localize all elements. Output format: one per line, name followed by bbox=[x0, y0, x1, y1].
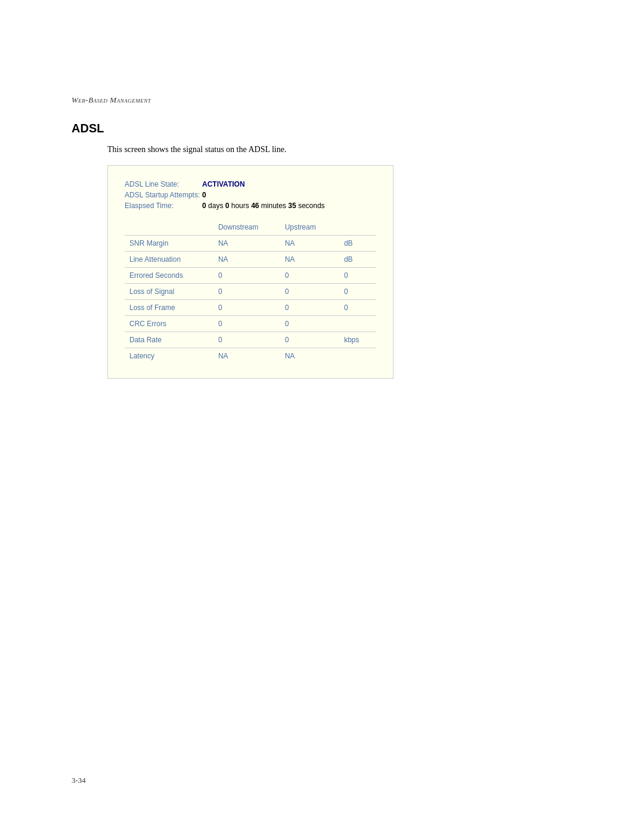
row-unit: 0 bbox=[339, 300, 376, 316]
row-upstream: NA bbox=[280, 348, 339, 364]
col-header-downstream: Downstream bbox=[213, 219, 280, 236]
elapsed-seconds-value: 35 bbox=[288, 202, 296, 210]
row-downstream: NA bbox=[213, 236, 280, 252]
row-label: Latency bbox=[125, 348, 213, 364]
table-row: Line AttenuationNANAdB bbox=[125, 252, 376, 268]
row-upstream: 0 bbox=[280, 284, 339, 300]
row-unit: dB bbox=[339, 236, 376, 252]
row-unit: 0 bbox=[339, 284, 376, 300]
elapsed-minutes-text: minutes bbox=[261, 202, 286, 210]
col-header-upstream: Upstream bbox=[280, 219, 339, 236]
elapsed-hours-value: 0 bbox=[225, 202, 230, 210]
table-row: Data Rate00kbps bbox=[125, 332, 376, 348]
table-row: CRC Errors00 bbox=[125, 316, 376, 332]
row-label: Line Attenuation bbox=[125, 252, 213, 268]
section-title: ADSL bbox=[72, 122, 572, 135]
row-upstream: 0 bbox=[280, 268, 339, 284]
elapsed-days-value: 0 bbox=[202, 202, 206, 210]
row-label: CRC Errors bbox=[125, 316, 213, 332]
row-downstream: 0 bbox=[213, 284, 280, 300]
row-unit: 0 bbox=[339, 268, 376, 284]
startup-attempts-value: 0 bbox=[202, 191, 206, 199]
table-row: LatencyNANA bbox=[125, 348, 376, 364]
startup-attempts-label: ADSL Startup Attempts: bbox=[125, 191, 202, 199]
elapsed-seconds-text: seconds bbox=[298, 202, 325, 210]
row-downstream: 0 bbox=[213, 332, 280, 348]
adsl-info-box: ADSL Line State: ACTIVATION ADSL Startup… bbox=[107, 165, 394, 379]
elapsed-time-label: Elaspsed Time: bbox=[125, 202, 202, 210]
elapsed-days-text: days bbox=[208, 202, 223, 210]
col-header-unit bbox=[339, 219, 376, 236]
row-upstream: 0 bbox=[280, 316, 339, 332]
table-row: Errored Seconds000 bbox=[125, 268, 376, 284]
row-unit: kbps bbox=[339, 332, 376, 348]
row-unit bbox=[339, 348, 376, 364]
table-row: Loss of Frame000 bbox=[125, 300, 376, 316]
row-downstream: 0 bbox=[213, 316, 280, 332]
adsl-stats-table: Downstream Upstream SNR MarginNANAdBLine… bbox=[125, 219, 376, 364]
page-container: Web-Based Management ADSL This screen sh… bbox=[0, 0, 644, 426]
page-number: 3-34 bbox=[72, 776, 86, 785]
startup-attempts-row: ADSL Startup Attempts: 0 bbox=[125, 191, 376, 199]
row-label: Data Rate bbox=[125, 332, 213, 348]
line-state-label: ADSL Line State: bbox=[125, 180, 202, 188]
adsl-info-section: ADSL Line State: ACTIVATION ADSL Startup… bbox=[125, 180, 376, 210]
col-header-label bbox=[125, 219, 213, 236]
section-description: This screen shows the signal status on t… bbox=[107, 145, 572, 154]
row-unit: dB bbox=[339, 252, 376, 268]
row-upstream: 0 bbox=[280, 332, 339, 348]
row-label: SNR Margin bbox=[125, 236, 213, 252]
elapsed-time-row: Elaspsed Time: 0 days 0 hours 46 minutes… bbox=[125, 202, 376, 210]
row-label: Loss of Signal bbox=[125, 284, 213, 300]
row-label: Loss of Frame bbox=[125, 300, 213, 316]
row-downstream: 0 bbox=[213, 268, 280, 284]
line-state-value: ACTIVATION bbox=[202, 180, 245, 188]
elapsed-time-value: 0 days 0 hours 46 minutes 35 seconds bbox=[202, 202, 325, 210]
row-downstream: NA bbox=[213, 348, 280, 364]
row-upstream: NA bbox=[280, 236, 339, 252]
row-downstream: 0 bbox=[213, 300, 280, 316]
web-based-management-header: Web-Based Management bbox=[72, 95, 572, 105]
line-state-row: ADSL Line State: ACTIVATION bbox=[125, 180, 376, 188]
table-row: SNR MarginNANAdB bbox=[125, 236, 376, 252]
row-downstream: NA bbox=[213, 252, 280, 268]
wbm-title-text: Web-Based Management bbox=[72, 95, 151, 104]
row-label: Errored Seconds bbox=[125, 268, 213, 284]
table-header-row: Downstream Upstream bbox=[125, 219, 376, 236]
row-upstream: 0 bbox=[280, 300, 339, 316]
row-upstream: NA bbox=[280, 252, 339, 268]
elapsed-minutes-value: 46 bbox=[251, 202, 259, 210]
elapsed-hours-text: hours bbox=[231, 202, 249, 210]
table-row: Loss of Signal000 bbox=[125, 284, 376, 300]
row-unit bbox=[339, 316, 376, 332]
